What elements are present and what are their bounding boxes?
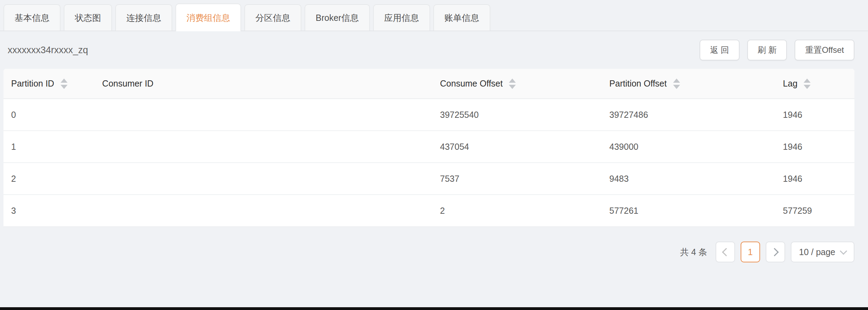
cell-consume-offset: 437054 [432, 131, 602, 162]
page-number-button[interactable]: 1 [741, 242, 760, 262]
sort-asc-icon [804, 79, 811, 83]
tab-label: 连接信息 [126, 12, 161, 24]
chevron-right-icon [770, 248, 779, 256]
sort-desc-icon [673, 85, 680, 89]
tab-bar: 基本信息状态图连接信息消费组信息分区信息Broker信息应用信息账单信息 [0, 0, 868, 31]
cell-consumer-id [95, 163, 433, 194]
cell-partition-offset: 577261 [602, 195, 775, 226]
cell-consume-offset: 7537 [432, 163, 602, 194]
tab-label: 消费组信息 [187, 12, 230, 24]
column-label: Lag [783, 79, 798, 89]
sort-asc-icon [61, 79, 68, 83]
cell-partition-offset: 39727486 [602, 99, 775, 130]
sort-desc-icon [804, 85, 811, 89]
consumer-group-table: Partition IDConsumer IDConsume OffsetPar… [3, 69, 854, 227]
tab-label: 状态图 [75, 12, 101, 24]
chevron-left-icon [722, 248, 730, 256]
table-row: 14370544390001946 [3, 131, 854, 163]
cell-consume-offset: 2 [432, 195, 602, 226]
table-header-row: Partition IDConsumer IDConsume OffsetPar… [3, 69, 854, 99]
cell-partition-id: 0 [3, 99, 95, 130]
back-button[interactable]: 返 回 [700, 40, 740, 60]
tab-label: 账单信息 [444, 12, 479, 24]
tab-connection-info[interactable]: 连接信息 [115, 4, 172, 31]
tab-label: Broker信息 [316, 12, 359, 24]
cell-consumer-id [95, 131, 433, 162]
tab-consumer-group-info[interactable]: 消费组信息 [175, 3, 241, 31]
column-header-consumer-id: Consumer ID [95, 69, 433, 98]
column-label: Partition Offset [609, 79, 667, 89]
tab-label: 应用信息 [384, 12, 419, 24]
cell-lag: 1946 [775, 163, 854, 194]
screen-bottom-edge [0, 307, 868, 310]
tab-label: 分区信息 [255, 12, 290, 24]
tab-label: 基本信息 [15, 12, 49, 24]
table-body: 0397255403972748619461437054439000194627… [3, 99, 854, 227]
column-label: Consume Offset [440, 79, 503, 89]
pagination: 共 4 条 1 10 / page [3, 242, 854, 262]
sort-desc-icon [509, 85, 516, 89]
sort-icon[interactable] [673, 79, 680, 89]
prev-page-button[interactable] [716, 242, 735, 262]
column-label: Consumer ID [102, 79, 153, 89]
column-header-partition-offset[interactable]: Partition Offset [602, 69, 775, 98]
column-header-consume-offset[interactable]: Consume Offset [432, 69, 602, 98]
cell-lag: 577259 [775, 195, 854, 226]
toolbar-buttons: 返 回 刷 新 重置Offset [700, 40, 854, 60]
table-row: 32577261577259 [3, 195, 854, 227]
reset-offset-button[interactable]: 重置Offset [795, 40, 854, 60]
tab-partition-info[interactable]: 分区信息 [244, 4, 301, 31]
sort-asc-icon [509, 79, 516, 83]
total-count: 共 4 条 [680, 246, 707, 258]
tab-basic-info[interactable]: 基本信息 [3, 4, 61, 31]
topic-name: xxxxxxx34rxxxx_zq [3, 45, 88, 56]
cell-consume-offset: 39725540 [432, 99, 602, 130]
refresh-button[interactable]: 刷 新 [747, 40, 787, 60]
cell-partition-id: 1 [3, 131, 95, 162]
next-page-button[interactable] [766, 242, 785, 262]
page-size-value: 10 / page [799, 247, 835, 257]
sort-icon[interactable] [61, 79, 68, 89]
cell-partition-id: 2 [3, 163, 95, 194]
cell-partition-id: 3 [3, 195, 95, 226]
column-header-partition-id[interactable]: Partition ID [3, 69, 95, 98]
chevron-down-icon [840, 247, 847, 254]
cell-consumer-id [95, 195, 433, 226]
tab-broker-info[interactable]: Broker信息 [305, 4, 370, 31]
sort-desc-icon [61, 85, 68, 89]
column-header-lag[interactable]: Lag [775, 69, 854, 98]
cell-consumer-id [95, 99, 433, 130]
cell-partition-offset: 439000 [602, 131, 775, 162]
cell-lag: 1946 [775, 131, 854, 162]
cell-lag: 1946 [775, 99, 854, 130]
page-size-select[interactable]: 10 / page [791, 242, 854, 262]
table-row: 039725540397274861946 [3, 99, 854, 131]
tab-status-chart[interactable]: 状态图 [64, 4, 112, 31]
sort-icon[interactable] [509, 79, 516, 89]
tab-application-info[interactable]: 应用信息 [373, 4, 430, 31]
sort-asc-icon [673, 79, 680, 83]
toolbar: xxxxxxx34rxxxx_zq 返 回 刷 新 重置Offset [3, 31, 854, 69]
table-row: 2753794831946 [3, 163, 854, 195]
column-label: Partition ID [11, 79, 54, 89]
tab-billing-info[interactable]: 账单信息 [433, 4, 490, 31]
cell-partition-offset: 9483 [602, 163, 775, 194]
sort-icon[interactable] [804, 79, 811, 89]
